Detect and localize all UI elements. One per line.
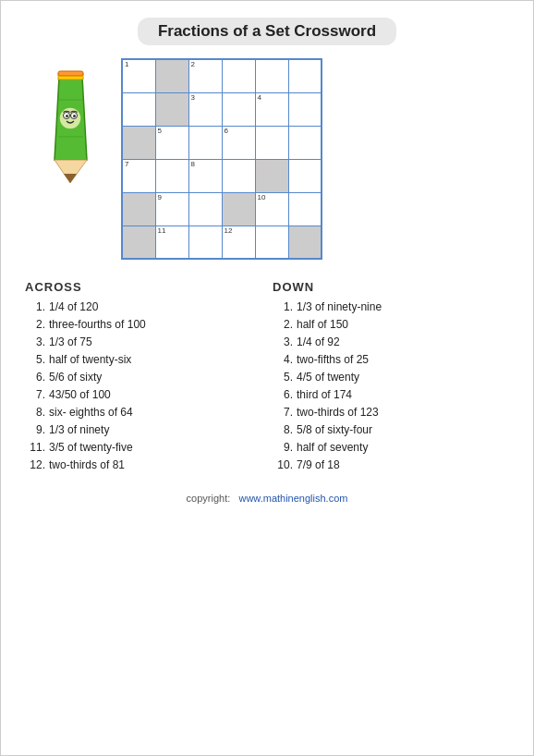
down-clue-item: 1.1/3 of ninety-nine bbox=[273, 300, 509, 313]
cell-r2c2[interactable] bbox=[188, 126, 222, 159]
clue-number: 1. bbox=[25, 300, 45, 313]
down-clue-item: 8.5/8 of sixty-four bbox=[273, 423, 509, 436]
cell-r5c0 bbox=[122, 226, 155, 259]
cell-r0c3[interactable] bbox=[222, 59, 255, 92]
clue-number: 11. bbox=[25, 441, 45, 454]
across-clue-item: 1.1/4 of 120 bbox=[25, 300, 261, 313]
cell-r4c0 bbox=[122, 192, 155, 226]
across-clue-item: 5.half of twenty-six bbox=[25, 353, 261, 366]
clue-number: 2. bbox=[25, 318, 45, 331]
clue-text: six- eighths of 64 bbox=[49, 406, 261, 419]
clue-number: 1. bbox=[273, 300, 293, 313]
clue-number: 8. bbox=[25, 406, 45, 419]
cell-r5c2[interactable] bbox=[188, 226, 222, 259]
cell-r0c2[interactable]: 2 bbox=[188, 59, 222, 92]
pencil-area bbox=[19, 58, 121, 188]
copyright-url: www.mathinenglish.com bbox=[238, 493, 347, 504]
down-clue-item: 10.7/9 of 18 bbox=[273, 458, 509, 471]
down-clue-item: 4.two-fifths of 25 bbox=[273, 353, 509, 366]
crossword-table: 1 2 3 4 bbox=[121, 58, 322, 260]
cell-r3c3[interactable] bbox=[222, 159, 255, 192]
across-clue-item: 7.43/50 of 100 bbox=[25, 388, 261, 401]
cell-r4c3 bbox=[222, 192, 255, 226]
cell-r1c4[interactable]: 4 bbox=[255, 92, 288, 126]
across-clue-item: 11.3/5 of twenty-five bbox=[25, 441, 261, 454]
clue-text: 43/50 of 100 bbox=[49, 388, 261, 401]
title-bar: Fractions of a Set Crossword bbox=[138, 18, 396, 45]
clue-number: 4. bbox=[273, 353, 293, 366]
cell-r5c3[interactable]: 12 bbox=[222, 226, 255, 259]
clue-number: 9. bbox=[273, 441, 293, 454]
down-clue-item: 5.4/5 of twenty bbox=[273, 371, 509, 384]
clue-text: half of seventy bbox=[297, 441, 509, 454]
cell-r3c2[interactable]: 8 bbox=[188, 159, 222, 192]
down-heading: DOWN bbox=[273, 280, 509, 294]
down-clues: DOWN 1.1/3 of ninety-nine2.half of 1503.… bbox=[267, 280, 515, 476]
clue-text: two-thirds of 81 bbox=[49, 458, 261, 471]
svg-point-8 bbox=[66, 115, 68, 117]
across-clue-item: 12.two-thirds of 81 bbox=[25, 458, 261, 471]
across-clue-item: 9.1/3 of ninety bbox=[25, 423, 261, 436]
clue-number: 8. bbox=[273, 423, 293, 436]
cell-r1c2[interactable]: 3 bbox=[188, 92, 222, 126]
clue-number: 12. bbox=[25, 458, 45, 471]
down-clue-item: 6.third of 174 bbox=[273, 388, 509, 401]
down-clue-item: 9.half of seventy bbox=[273, 441, 509, 454]
clue-text: 4/5 of twenty bbox=[297, 371, 509, 384]
cell-r1c1 bbox=[155, 92, 188, 126]
clue-text: 3/5 of twenty-five bbox=[49, 441, 261, 454]
svg-rect-4 bbox=[58, 71, 83, 76]
cell-r2c4[interactable] bbox=[255, 126, 288, 159]
across-clue-item: 2.three-fourths of 100 bbox=[25, 318, 261, 331]
copyright-label: copyright: bbox=[187, 493, 231, 504]
cell-r4c1[interactable]: 9 bbox=[155, 192, 188, 226]
across-clue-item: 6.5/6 of sixty bbox=[25, 371, 261, 384]
clue-number: 10. bbox=[273, 458, 293, 471]
cell-r0c5[interactable] bbox=[288, 59, 322, 92]
cell-r2c3[interactable]: 6 bbox=[222, 126, 255, 159]
svg-marker-2 bbox=[64, 174, 77, 183]
cell-r1c5[interactable] bbox=[288, 92, 322, 126]
pencil-icon bbox=[36, 67, 105, 188]
clue-number: 6. bbox=[25, 371, 45, 384]
cell-r3c0[interactable]: 7 bbox=[122, 159, 155, 192]
clue-text: 7/9 of 18 bbox=[297, 458, 509, 471]
clue-number: 5. bbox=[25, 353, 45, 366]
clue-number: 7. bbox=[25, 388, 45, 401]
cell-r0c1 bbox=[155, 59, 188, 92]
cell-r2c1[interactable]: 5 bbox=[155, 126, 188, 159]
svg-point-9 bbox=[73, 115, 76, 117]
cell-r4c5[interactable] bbox=[288, 192, 322, 226]
top-section: 1 2 3 4 bbox=[19, 58, 515, 260]
page-title: Fractions of a Set Crossword bbox=[158, 22, 376, 40]
cell-r2c0 bbox=[122, 126, 155, 159]
cell-r5c4[interactable] bbox=[255, 226, 288, 259]
clue-number: 5. bbox=[273, 371, 293, 384]
cell-r5c5 bbox=[288, 226, 322, 259]
across-clues: ACROSS 1.1/4 of 1202.three-fourths of 10… bbox=[19, 280, 267, 476]
clues-section: ACROSS 1.1/4 of 1202.three-fourths of 10… bbox=[19, 280, 515, 476]
clue-number: 3. bbox=[273, 335, 293, 348]
clue-number: 2. bbox=[273, 318, 293, 331]
cell-r2c5[interactable] bbox=[288, 126, 322, 159]
cell-r0c0[interactable]: 1 bbox=[122, 59, 155, 92]
cell-r0c4[interactable] bbox=[255, 59, 288, 92]
clue-text: 1/4 of 120 bbox=[49, 300, 261, 313]
cell-r3c1[interactable] bbox=[155, 159, 188, 192]
clue-text: three-fourths of 100 bbox=[49, 318, 261, 331]
cell-r4c2[interactable] bbox=[188, 192, 222, 226]
clue-text: two-fifths of 25 bbox=[297, 353, 509, 366]
cell-r1c0[interactable] bbox=[122, 92, 155, 126]
clue-number: 9. bbox=[25, 423, 45, 436]
cell-r5c1[interactable]: 11 bbox=[155, 226, 188, 259]
cell-r4c4[interactable]: 10 bbox=[255, 192, 288, 226]
cell-r3c5[interactable] bbox=[288, 159, 322, 192]
cell-r1c3[interactable] bbox=[222, 92, 255, 126]
copyright-bar: copyright: www.mathinenglish.com bbox=[187, 493, 348, 504]
clue-text: two-thirds of 123 bbox=[297, 406, 509, 419]
clue-number: 6. bbox=[273, 388, 293, 401]
clue-text: 5/6 of sixty bbox=[49, 371, 261, 384]
crossword-grid: 1 2 3 4 bbox=[121, 58, 515, 260]
across-heading: ACROSS bbox=[25, 280, 261, 294]
down-clue-item: 2.half of 150 bbox=[273, 318, 509, 331]
